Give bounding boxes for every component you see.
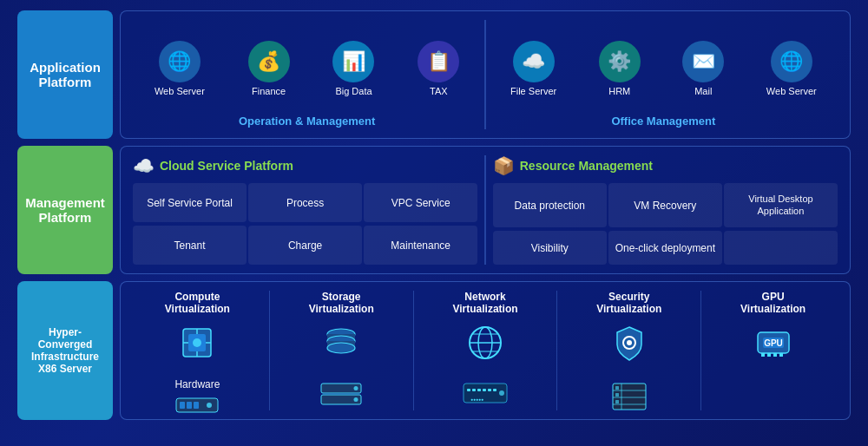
compute-virt-icon [176,322,218,371]
svg-rect-48 [761,353,765,357]
app-group-office: ☁️ File Server ⚙️ HRM ✉️ Mail 🌐 [490,20,838,129]
app-group-operation: 🌐 Web Server 💰 Finance 📊 Big Data � [133,20,481,129]
mgmt-content: ☁️ Cloud Service Platform Self Service P… [133,155,838,265]
app-platform-label: ApplicationPlatform [17,10,113,139]
web-server-icon-2: 🌐 [771,41,812,82]
hci-network-col: NetworkVirtualization [421,291,550,410]
resource-mgmt-title: Resource Management [520,159,653,173]
storage-virt-icon [320,322,362,371]
cell-virtual-desktop: Virtual Desktop Application [724,183,838,227]
svg-rect-32 [493,389,496,391]
svg-rect-30 [483,389,486,391]
security-virt-title: SecurityVirtualization [596,291,661,315]
app-platform-content: 🌐 Web Server 💰 Finance 📊 Big Data � [120,10,851,139]
icon-big-data: 📊 Big Data [332,41,374,96]
hci-sections: ComputeVirtualization Hardware [133,291,838,410]
web-server-label-1: Web Server [155,86,205,96]
svg-rect-44 [615,400,619,403]
svg-text:●●●●●: ●●●●● [470,397,483,402]
svg-rect-42 [615,386,619,390]
office-management-label: Office Management [490,113,838,129]
svg-rect-10 [194,402,199,409]
svg-point-20 [354,397,358,402]
web-server-label-2: Web Server [766,86,817,96]
tax-label: TAX [430,86,448,96]
security-virt-icon [608,322,650,371]
hci-content: ComputeVirtualization Hardware [120,281,851,420]
cell-visibility: Visibility [493,231,607,265]
hci-divider-1 [269,291,270,410]
hci-divider-3 [556,291,557,410]
cloud-icon: ☁️ [133,155,155,176]
icon-web-server-1: 🌐 Web Server [155,41,205,96]
hci-gpu-col: GPUVirtualization GPU [708,291,838,410]
cloud-service-section: ☁️ Cloud Service Platform Self Service P… [133,155,477,265]
main-container: ApplicationPlatform 🌐 Web Server 💰 Finan… [17,10,851,436]
svg-rect-29 [477,389,481,391]
mgmt-section-divider [484,155,486,265]
svg-text:GPU: GPU [764,338,783,348]
mail-label: Mail [694,86,712,96]
app-group-operation-items: 🌐 Web Server 💰 Finance 📊 Big Data � [133,20,481,113]
file-server-label: File Server [510,86,556,96]
resource-mgmt-grid: Data protection VM Recovery Virtual Desk… [493,183,838,265]
big-data-icon: 📊 [332,41,374,82]
finance-label: Finance [252,86,286,96]
network-hw-icon: ●●●●● [462,382,509,410]
cell-vpc-service: VPC Service [364,183,477,222]
mgmt-platform-content: ☁️ Cloud Service Platform Self Service P… [120,146,851,274]
icon-hrm: ⚙️ HRM [599,41,641,96]
web-server-icon-1: 🌐 [159,41,201,82]
compute-hw-label: Hardware [174,378,220,390]
svg-rect-8 [180,402,185,409]
network-virt-icon [464,322,506,371]
tax-icon: 📋 [418,41,459,82]
icon-file-server: ☁️ File Server [510,41,556,96]
svg-rect-27 [467,389,470,391]
svg-rect-51 [779,353,783,357]
cell-data-protection: Data protection [493,183,607,227]
app-icons-area: 🌐 Web Server 💰 Finance 📊 Big Data � [133,20,838,129]
resource-icon: 📦 [493,155,515,176]
compute-hw-icon [174,394,220,422]
hrm-icon: ⚙️ [599,41,641,82]
cell-self-service-portal: Self Service Portal [133,183,247,222]
hci-divider-4 [700,291,701,410]
storage-virt-title: StorageVirtualization [309,291,374,315]
mgmt-platform-row: ManagementPlatform ☁️ Cloud Service Plat… [17,146,851,274]
svg-point-33 [499,390,504,396]
hci-label: Hyper-ConvergedInfrastructureX86 Server [17,281,113,420]
icon-web-server-2: 🌐 Web Server [766,41,817,96]
compute-virt-title: ComputeVirtualization [165,291,230,315]
svg-point-16 [327,343,355,353]
finance-icon: 💰 [248,41,290,82]
network-virt-title: NetworkVirtualization [452,291,517,315]
cell-vm-recovery: VM Recovery [608,183,722,227]
gpu-virt-icon: GPU [753,322,794,371]
hci-compute-col: ComputeVirtualization Hardware [133,291,262,410]
cell-maintenance: Maintenance [364,226,477,265]
svg-point-19 [354,386,358,390]
hci-divider-2 [413,291,414,410]
cloud-service-header: ☁️ Cloud Service Platform [133,155,477,176]
svg-point-6 [193,338,201,347]
big-data-label: Big Data [335,86,372,96]
file-server-icon: ☁️ [513,41,555,82]
app-group-divider [484,20,486,129]
mail-icon: ✉️ [682,41,724,82]
icon-tax: 📋 TAX [418,41,459,96]
cell-charge: Charge [248,226,362,265]
mgmt-platform-label: ManagementPlatform [17,146,113,274]
svg-point-36 [627,340,632,345]
svg-rect-31 [488,389,491,391]
cloud-service-grid: Self Service Portal Process VPC Service … [133,183,477,265]
icon-mail: ✉️ Mail [682,41,724,96]
cell-process: Process [248,183,362,222]
hci-security-col: SecurityVirtualization [564,291,694,410]
cell-one-click: One-click deployment [608,231,722,265]
hci-row: Hyper-ConvergedInfrastructureX86 Server … [17,281,851,420]
resource-mgmt-section: 📦 Resource Management Data protection VM… [493,155,838,265]
gpu-virt-title: GPUVirtualization [740,291,806,315]
app-platform-row: ApplicationPlatform 🌐 Web Server 💰 Finan… [17,10,851,139]
storage-hw-icon [319,382,363,412]
